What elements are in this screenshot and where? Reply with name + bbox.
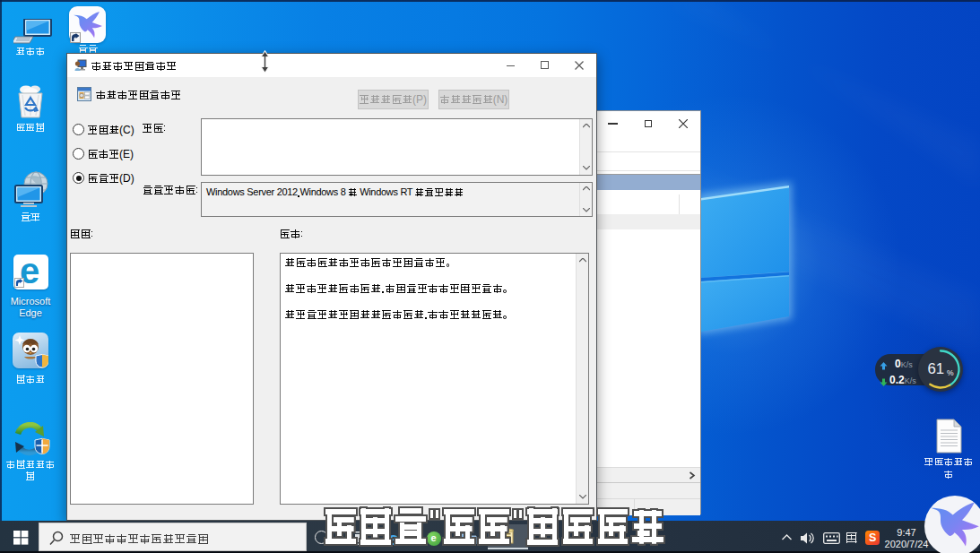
svg-text:%: % bbox=[947, 368, 954, 377]
svg-text:61: 61 bbox=[928, 360, 945, 377]
